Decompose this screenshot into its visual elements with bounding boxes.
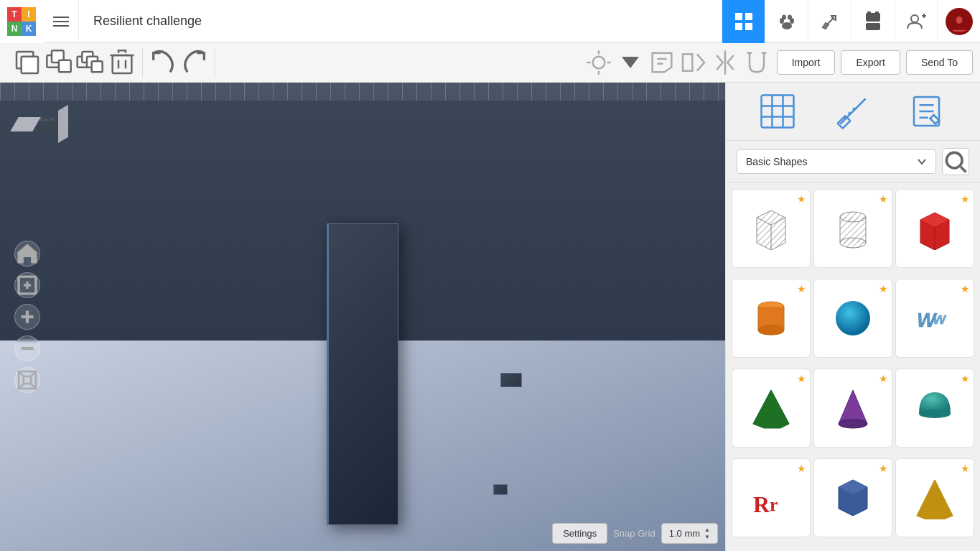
shape-item-text3d[interactable]: ★ W w [895,279,974,358]
redo-icon [180,48,209,77]
search-icon [943,149,969,175]
svg-rect-0 [735,13,742,20]
shapes-search-button[interactable] [942,148,969,175]
copy-single-button[interactable] [13,48,42,77]
3d-small-shape-1[interactable] [500,373,522,387]
shape-item-yellow[interactable]: ★ [895,458,974,537]
menu-button[interactable] [43,0,79,43]
shape-item-sphere[interactable]: ★ [813,279,892,358]
star-badge-12: ★ [961,463,970,474]
flip-button[interactable] [679,48,708,77]
svg-line-57 [844,117,846,119]
undo-button[interactable] [149,48,177,77]
settings-button[interactable]: Settings [552,523,607,544]
svg-point-7 [782,14,786,19]
magnet-button[interactable] [742,48,771,77]
svg-point-81 [919,409,951,418]
panel-grid-icon-button[interactable] [760,93,795,129]
nav-3d-view-button[interactable] [722,0,765,43]
panel-notes-icon-button[interactable] [910,93,946,129]
shape-item-red2[interactable]: ★ R r [732,458,811,537]
svg-point-18 [956,16,962,23]
svg-text:r: r [770,494,778,515]
shapes-category-label: Basic Shapes [746,156,808,167]
star-badge-8: ★ [879,373,888,384]
shape-item-pyramid-green[interactable]: ★ [732,369,811,448]
svg-marker-87 [917,480,953,519]
nav-avatar-button[interactable] [937,0,980,43]
mirror-button[interactable] [711,48,739,77]
shape-item-box-hole[interactable]: ★ [732,189,811,268]
nav-blocks-button[interactable] [851,0,894,43]
toolbar-actions: Import Export Send To [777,50,973,75]
svg-marker-79 [753,390,789,428]
nav-tools-button[interactable] [808,0,851,43]
svg-rect-2 [735,23,742,30]
tinkercad-logo[interactable]: T I N K [0,0,43,43]
cube-right-face [58,105,68,143]
svg-rect-23 [59,60,71,73]
svg-point-32 [592,57,605,69]
star-badge-6: ★ [961,283,970,295]
shape-preview-yellow [910,473,960,523]
svg-rect-27 [92,61,103,72]
nav-paw-button[interactable] [765,0,808,43]
viewport[interactable]: BACK LEFT [0,83,725,551]
zoom-out-icon [15,336,39,361]
light-button[interactable] [584,48,613,77]
shape-item-cone-purple[interactable]: ★ [813,369,892,448]
main-content: BACK LEFT [0,83,980,551]
snap-grid-control[interactable]: 1.0 mm ▲ ▼ [661,523,718,544]
zoom-in-button[interactable] [14,304,40,330]
redo-button[interactable] [180,48,209,77]
import-button[interactable]: Import [777,50,836,75]
light-dropdown[interactable] [616,48,645,77]
logo-k: K [22,22,36,36]
project-title: Resilient challenge [79,14,722,29]
shape-preview-text3d: W w [910,293,960,343]
shape-item-box-red[interactable]: ★ [895,189,974,268]
delete-button[interactable] [108,48,136,77]
star-badge-2: ★ [879,193,888,205]
shape-item-half-sphere[interactable]: ★ [895,369,974,448]
shape-item-cyl-hole[interactable]: ★ [813,189,892,268]
shape-preview-blue [828,473,878,523]
shape-preview-box-hole [746,203,796,254]
notes-button[interactable] [648,48,676,77]
export-button[interactable]: Export [841,50,900,75]
star-badge-11: ★ [879,463,888,474]
flip-icon [679,48,708,77]
panel-ruler-icon-button[interactable] [835,93,871,129]
star-badge-1: ★ [797,193,806,205]
shapes-category-dropdown[interactable]: Basic Shapes [737,149,936,174]
snap-down-arrow[interactable]: ▼ [704,534,710,540]
multi-copy-button[interactable] [76,48,105,77]
light-tools [579,48,777,77]
avatar [946,8,973,35]
right-panel: Basic Shapes ★ [725,83,980,551]
send-to-button[interactable]: Send To [906,50,973,75]
axis-cube[interactable]: BACK LEFT [14,97,75,158]
duplicate-button[interactable] [45,48,73,77]
shape-item-cyl-orange[interactable]: ★ [732,279,811,358]
logo-t: T [7,7,22,22]
shape-item-blue[interactable]: ★ [813,458,892,537]
3d-tall-shape[interactable] [327,223,398,525]
3d-small-shape-2[interactable] [493,484,508,495]
home-icon [15,241,39,266]
zoom-out-button[interactable] [14,335,40,361]
cube-front-face: BACK LEFT [37,108,59,140]
fit-button[interactable] [14,272,40,298]
perspective-button[interactable] [14,367,40,393]
svg-text:R: R [753,491,770,517]
hamburger-icon [53,17,69,27]
shape-preview-half-sphere [910,383,960,433]
home-button[interactable] [14,241,40,267]
shape-preview-cyl-orange [746,293,796,343]
nav-user-button[interactable] [894,0,937,43]
snap-up-arrow[interactable]: ▲ [704,527,710,533]
logo-n: N [7,22,22,36]
svg-rect-39 [683,54,692,70]
star-badge-10: ★ [797,463,806,474]
shapes-selector: Basic Shapes [726,141,980,183]
